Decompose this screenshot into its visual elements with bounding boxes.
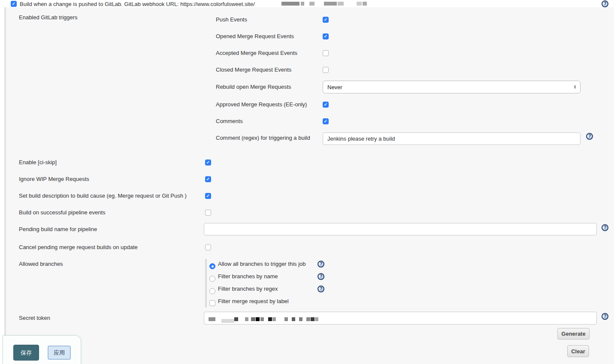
- ignore-wip-label: Ignore WIP Merge Requests: [19, 176, 89, 182]
- accepted-mr-events-checkbox[interactable]: ✓: [323, 50, 329, 56]
- check-icon: ✓: [12, 2, 15, 6]
- help-icon[interactable]: ?: [602, 0, 608, 7]
- build-on-push-checkbox[interactable]: ✓: [11, 1, 17, 7]
- comment-regex-input[interactable]: [323, 132, 581, 145]
- opened-mr-events-checkbox[interactable]: ✓: [323, 33, 329, 39]
- filter-branches-by-name-radio[interactable]: [209, 276, 215, 282]
- successful-pipeline-label: Build on successful pipeline events: [19, 209, 106, 216]
- pending-build-name-input[interactable]: [204, 223, 597, 235]
- help-icon[interactable]: ?: [318, 273, 324, 280]
- successful-pipeline-checkbox[interactable]: ✓: [205, 210, 211, 216]
- header-label: Build when a change is pushed to GitLab.…: [20, 1, 255, 7]
- redacted-secret-token: [209, 316, 318, 323]
- allow-all-branches-label: Allow all branches to trigger this job: [218, 261, 306, 267]
- check-icon: ✓: [324, 34, 327, 39]
- check-icon: ✓: [324, 119, 327, 123]
- ci-skip-checkbox[interactable]: ✓: [205, 159, 211, 165]
- help-icon[interactable]: ?: [602, 313, 608, 320]
- section-nesting-line: [4, 7, 6, 364]
- rebuild-open-mr-label: Rebuild open Merge Requests: [216, 84, 291, 90]
- check-icon: ✓: [206, 177, 210, 181]
- opened-mr-events-label: Opened Merge Request Events: [216, 33, 294, 39]
- help-icon[interactable]: ?: [318, 286, 324, 292]
- check-icon: ✓: [324, 18, 327, 22]
- apply-button[interactable]: 应用: [48, 346, 71, 360]
- filter-mr-by-label-label: Filter merge request by label: [218, 298, 289, 304]
- clear-button[interactable]: Clear: [567, 345, 589, 357]
- check-icon: ✓: [206, 160, 210, 165]
- check-icon: ✓: [324, 102, 327, 107]
- pending-build-name-label: Pending build name for pipeline: [19, 226, 97, 232]
- accepted-mr-events-label: Accepted Merge Request Events: [216, 50, 297, 56]
- secret-token-label: Secret token: [19, 315, 50, 321]
- approved-mr-checkbox[interactable]: ✓: [323, 102, 329, 108]
- trigger-config-panel: [6, 7, 614, 364]
- ci-skip-label: Enable [ci-skip]: [19, 159, 57, 165]
- save-apply-bar: 保存 应用: [3, 335, 81, 364]
- comment-regex-label: Comment (regex) for triggering a build: [216, 135, 310, 141]
- save-button[interactable]: 保存: [13, 345, 39, 361]
- approved-mr-label: Approved Merge Requests (EE-only): [216, 101, 307, 108]
- triggers-section-label: Enabled GitLab triggers: [19, 14, 78, 21]
- radio-dot-icon: [212, 265, 214, 268]
- help-icon[interactable]: ?: [318, 261, 324, 268]
- filter-branches-by-regex-label: Filter branches by regex: [218, 286, 278, 292]
- select-stepper-icon: ▲▼: [574, 85, 576, 89]
- filter-mr-by-label-checkbox[interactable]: ✓: [209, 300, 215, 306]
- check-icon: ✓: [206, 194, 210, 198]
- cancel-pending-label: Cancel pending merge request builds on u…: [19, 244, 138, 250]
- rebuild-open-mr-selected-value: Never: [327, 84, 342, 90]
- comments-checkbox[interactable]: ✓: [323, 118, 329, 124]
- closed-mr-events-label: Closed Merge Request Events: [216, 66, 291, 73]
- help-icon[interactable]: ?: [602, 224, 608, 231]
- build-description-checkbox[interactable]: ✓: [205, 193, 211, 199]
- generate-button[interactable]: Generate: [557, 328, 590, 340]
- filter-branches-by-regex-radio[interactable]: [209, 288, 215, 294]
- allowed-branches-label: Allowed branches: [19, 261, 63, 267]
- allow-all-branches-radio[interactable]: [209, 263, 215, 269]
- radio-group-nesting-line: [205, 259, 207, 307]
- help-icon[interactable]: ?: [586, 133, 593, 140]
- ignore-wip-checkbox[interactable]: ✓: [205, 176, 211, 182]
- closed-mr-events-checkbox[interactable]: ✓: [323, 67, 329, 73]
- push-events-checkbox[interactable]: ✓: [323, 17, 329, 23]
- push-events-label: Push Events: [216, 16, 247, 23]
- redacted-url-suffix: [281, 2, 367, 6]
- gitlab-trigger-config-page: ✓ Build when a change is pushed to GitLa…: [0, 0, 614, 364]
- comments-label: Comments: [216, 118, 243, 124]
- build-description-label: Set build description to build cause (eg…: [19, 193, 187, 199]
- rebuild-open-mr-select[interactable]: Never ▲▼: [323, 81, 581, 93]
- filter-branches-by-name-label: Filter branches by name: [218, 273, 278, 280]
- cancel-pending-checkbox[interactable]: ✓: [205, 244, 211, 250]
